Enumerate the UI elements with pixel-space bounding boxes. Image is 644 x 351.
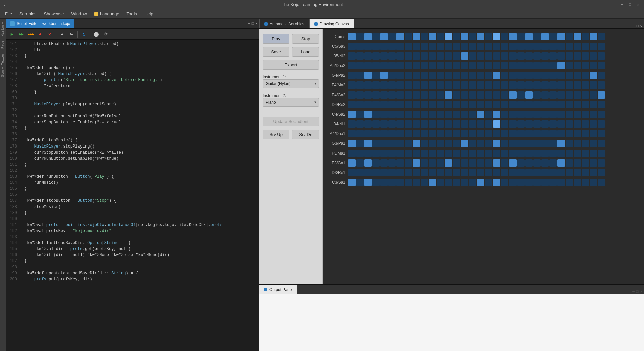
grid-cell-2-28[interactable] [574, 52, 581, 60]
grid-cell-4-26[interactable] [557, 72, 565, 79]
grid-cell-7-4[interactable] [380, 101, 388, 108]
grid-cell-5-29[interactable] [582, 81, 589, 89]
grid-cell-14-9[interactable] [421, 169, 428, 176]
stop-btn[interactable]: ● [36, 30, 44, 38]
grid-cell-8-27[interactable] [566, 111, 573, 118]
menu-window[interactable]: Window [68, 10, 90, 17]
grid-cell-5-11[interactable] [437, 81, 444, 89]
grid-cell-6-8[interactable] [413, 91, 420, 99]
grid-cell-11-28[interactable] [574, 140, 581, 147]
grid-cell-15-6[interactable] [396, 179, 404, 186]
grid-cell-15-16[interactable] [477, 179, 484, 186]
grid-cell-11-8[interactable] [413, 140, 420, 147]
record-btn[interactable]: ⬤ [92, 30, 100, 38]
grid-cell-0-21[interactable] [517, 33, 525, 40]
grid-cell-8-1[interactable] [356, 111, 364, 118]
grid-cell-2-12[interactable] [445, 52, 452, 60]
grid-cell-3-16[interactable] [477, 62, 484, 69]
stop-button[interactable]: Stop [292, 34, 319, 44]
grid-cell-7-14[interactable] [461, 101, 468, 108]
grid-cell-9-15[interactable] [469, 120, 476, 128]
grid-cell-13-19[interactable] [501, 159, 508, 167]
grid-cell-8-9[interactable] [421, 111, 428, 118]
grid-cell-11-21[interactable] [517, 140, 525, 147]
grid-cell-12-12[interactable] [445, 150, 452, 157]
grid-cell-3-11[interactable] [437, 62, 444, 69]
grid-cell-15-1[interactable] [356, 179, 364, 186]
grid-cell-11-9[interactable] [421, 140, 428, 147]
grid-cell-6-10[interactable] [429, 91, 436, 99]
grid-cell-12-9[interactable] [421, 150, 428, 157]
grid-cell-11-1[interactable] [356, 140, 364, 147]
grid-cell-9-25[interactable] [549, 120, 557, 128]
grid-cell-5-7[interactable] [405, 81, 412, 89]
grid-cell-12-7[interactable] [405, 150, 412, 157]
grid-cell-5-4[interactable] [380, 81, 388, 89]
grid-cell-2-0[interactable] [348, 52, 356, 60]
grid-cell-2-19[interactable] [501, 52, 508, 60]
right-close-btn[interactable]: ✕ [640, 24, 642, 28]
grid-cell-13-16[interactable] [477, 159, 484, 167]
grid-cell-12-20[interactable] [509, 150, 517, 157]
grid-cell-0-16[interactable] [477, 33, 484, 40]
refresh-btn[interactable]: ↻ [80, 30, 88, 38]
grid-cell-3-25[interactable] [549, 62, 557, 69]
grid-cell-7-20[interactable] [509, 101, 517, 108]
grid-cell-8-13[interactable] [453, 111, 460, 118]
grid-cell-10-0[interactable] [348, 130, 356, 137]
grid-cell-9-5[interactable] [388, 120, 396, 128]
right-max-btn[interactable]: □ [636, 24, 639, 28]
sidebar-tab-history[interactable]: History [0, 20, 5, 38]
grid-cell-1-3[interactable] [372, 43, 380, 50]
grid-cell-2-16[interactable] [477, 52, 484, 60]
grid-cell-15-30[interactable] [590, 179, 597, 186]
grid-cell-7-24[interactable] [541, 101, 549, 108]
grid-cell-9-10[interactable] [429, 120, 436, 128]
instrument2-select[interactable]: Piano Guitar (Nylon) Violin [263, 98, 319, 107]
tab-drawing-canvas[interactable]: Drawing Canvas [309, 19, 354, 28]
grid-cell-0-9[interactable] [421, 33, 428, 40]
grid-cell-11-16[interactable] [477, 140, 484, 147]
grid-cell-15-13[interactable] [453, 179, 460, 186]
grid-cell-4-20[interactable] [509, 72, 517, 79]
grid-cell-9-31[interactable] [598, 120, 605, 128]
grid-cell-14-4[interactable] [380, 169, 388, 176]
grid-cell-15-31[interactable] [598, 179, 605, 186]
grid-cell-6-26[interactable] [557, 91, 565, 99]
grid-cell-8-8[interactable] [413, 111, 420, 118]
grid-cell-4-4[interactable] [380, 72, 388, 79]
grid-cell-14-20[interactable] [509, 169, 517, 176]
grid-cell-3-2[interactable] [364, 62, 372, 69]
grid-cell-7-29[interactable] [582, 101, 589, 108]
grid-cell-15-20[interactable] [509, 179, 517, 186]
grid-cell-12-2[interactable] [364, 150, 372, 157]
grid-cell-13-21[interactable] [517, 159, 525, 167]
grid-cell-7-16[interactable] [477, 101, 484, 108]
grid-cell-9-18[interactable] [493, 120, 500, 128]
grid-cell-7-2[interactable] [364, 101, 372, 108]
grid-cell-9-20[interactable] [509, 120, 517, 128]
grid-cell-6-1[interactable] [356, 91, 364, 99]
grid-cell-7-27[interactable] [566, 101, 573, 108]
grid-cell-1-14[interactable] [461, 43, 468, 50]
grid-cell-14-16[interactable] [477, 169, 484, 176]
grid-cell-0-26[interactable] [557, 33, 565, 40]
grid-cell-0-11[interactable] [437, 33, 444, 40]
grid-cell-1-9[interactable] [421, 43, 428, 50]
grid-cell-6-12[interactable] [445, 91, 452, 99]
grid-cell-13-22[interactable] [525, 159, 533, 167]
grid-cell-2-1[interactable] [356, 52, 364, 60]
grid-cell-4-5[interactable] [388, 72, 396, 79]
grid-cell-0-8[interactable] [413, 33, 420, 40]
grid-cell-8-26[interactable] [557, 111, 565, 118]
grid-cell-12-10[interactable] [429, 150, 436, 157]
grid-cell-12-18[interactable] [493, 150, 500, 157]
grid-cell-9-6[interactable] [396, 120, 404, 128]
grid-cell-3-29[interactable] [582, 62, 589, 69]
grid-cell-15-19[interactable] [501, 179, 508, 186]
clear-btn[interactable]: ✕ [46, 30, 54, 38]
grid-cell-14-15[interactable] [469, 169, 476, 176]
history-btn[interactable]: ⟳ [102, 30, 110, 38]
grid-cell-0-24[interactable] [541, 33, 549, 40]
grid-cell-1-2[interactable] [364, 43, 372, 50]
